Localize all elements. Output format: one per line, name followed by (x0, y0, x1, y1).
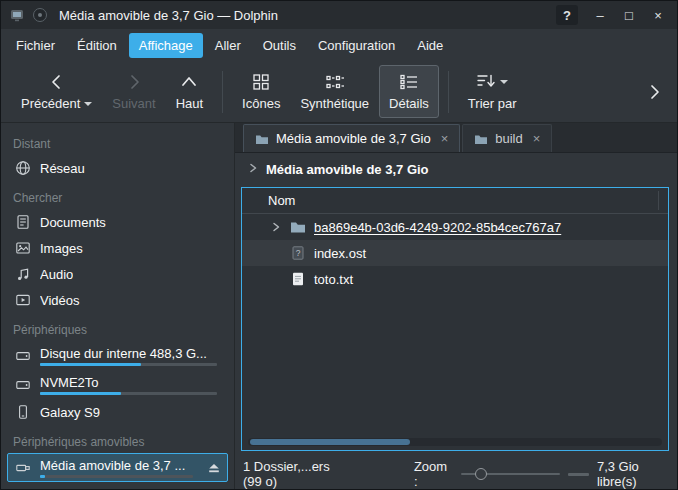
back-button[interactable]: Précédent (11, 65, 102, 118)
sidebar-item-audio[interactable]: Audio (7, 261, 228, 287)
tab-bar: Média amovible de 3,7 Gio × build × (235, 123, 677, 153)
menu-aide[interactable]: Aide (407, 33, 453, 58)
network-icon (15, 160, 31, 176)
minimize-button[interactable]: – (589, 5, 611, 25)
breadcrumb: Média amovible de 3,7 Gio (235, 153, 677, 185)
sort-by-button[interactable]: Trier par (458, 65, 527, 118)
menu-outils[interactable]: Outils (253, 33, 306, 58)
sidebar-item-videos[interactable]: Vidéos (7, 287, 228, 313)
details-view-icon (399, 72, 419, 92)
dolphin-window: Média amovible de 3,7 Gio — Dolphin ? – … (0, 0, 678, 490)
expand-chevron-icon[interactable] (268, 221, 284, 233)
items-summary: 1 Dossier,...ers (99 o) (243, 459, 344, 489)
sidebar-item-reseau[interactable]: Réseau (7, 155, 228, 181)
zoom-control: Zoom : (414, 459, 560, 489)
app-icon (9, 7, 25, 23)
toolbar-separator (448, 71, 449, 113)
column-separator (658, 191, 659, 210)
folder-icon (290, 219, 306, 235)
tab-media-amovible[interactable]: Média amovible de 3,7 Gio × (243, 124, 460, 152)
details-view-button[interactable]: Détails (379, 65, 439, 118)
back-history-caret-icon (84, 102, 92, 106)
folder-icon (474, 132, 488, 146)
disc-icon (32, 7, 48, 23)
section-header-peripheriques: Périphériques (13, 323, 222, 339)
back-label: Précédent (21, 96, 80, 111)
file-row-toto-txt[interactable]: toto.txt (242, 266, 668, 292)
menu-aller[interactable]: Aller (205, 33, 251, 58)
tab-build[interactable]: build × (462, 124, 552, 152)
capacity-bar (40, 475, 193, 478)
status-bar: 1 Dossier,...ers (99 o) Zoom : 7,3 Gio l… (235, 459, 677, 489)
tab-close-button[interactable]: × (533, 131, 541, 146)
sidebar-item-images[interactable]: Images (7, 235, 228, 261)
zoom-slider[interactable] (461, 467, 560, 481)
capacity-bar (40, 363, 217, 366)
forward-icon (124, 72, 144, 92)
icons-view-label: Icônes (242, 96, 280, 111)
harddrive-icon (15, 377, 31, 393)
forward-label: Suivant (112, 96, 155, 111)
audio-icon (15, 266, 31, 282)
up-icon (179, 72, 199, 92)
phone-icon (15, 404, 31, 420)
menu-fichier[interactable]: Fichier (6, 33, 65, 58)
places-panel: Distant Réseau Chercher Documents Images (1, 123, 235, 489)
harddrive-icon (15, 348, 31, 364)
zoom-slider-handle[interactable] (475, 468, 487, 480)
images-icon (15, 240, 31, 256)
file-name[interactable]: toto.txt (314, 272, 353, 287)
zoom-label: Zoom : (414, 459, 452, 489)
sort-icon (476, 71, 496, 94)
section-header-chercher: Chercher (13, 191, 222, 207)
up-label: Haut (176, 96, 203, 111)
sidebar-item-internal-drive[interactable]: Disque dur interne 488,3 G... (7, 341, 228, 370)
breadcrumb-location[interactable]: Média amovible de 3,7 Gio (266, 162, 429, 177)
usb-drive-icon (15, 460, 31, 476)
file-row-folder[interactable]: ba869e4b-03d6-4249-9202-85b4cec767a7 (242, 214, 668, 240)
horizontal-scrollbar[interactable] (248, 438, 662, 446)
horizontal-scrollbar-thumb[interactable] (250, 439, 410, 445)
file-view: Nom ba869e4b-03d6-4249-9202-85b4cec767a7 (241, 187, 669, 451)
up-button[interactable]: Haut (166, 65, 213, 118)
forward-button[interactable]: Suivant (102, 65, 165, 118)
sort-caret-icon (500, 80, 508, 84)
sidebar-item-nvme2to[interactable]: NVME2To (7, 370, 228, 399)
sidebar-item-documents[interactable]: Documents (7, 209, 228, 235)
titlebar[interactable]: Média amovible de 3,7 Gio — Dolphin ? – … (1, 1, 677, 29)
section-header-distant: Distant (13, 137, 222, 153)
toolbar-overflow-button[interactable] (643, 79, 667, 105)
compact-view-button[interactable]: Synthétique (290, 65, 379, 118)
toolbar: Précédent Suivant Haut Icônes Synthétiq (1, 61, 677, 123)
menubar: Fichier Édition Affichage Aller Outils C… (1, 29, 677, 61)
file-row-index-ost[interactable]: ? index.ost (242, 240, 668, 266)
toolbar-separator (222, 71, 223, 113)
svg-text:?: ? (296, 248, 301, 258)
menu-affichage[interactable]: Affichage (129, 33, 203, 58)
menu-configuration[interactable]: Configuration (308, 33, 405, 58)
icons-view-icon (251, 72, 271, 92)
help-button[interactable]: ? (556, 5, 578, 25)
menu-edition[interactable]: Édition (67, 33, 127, 58)
sidebar-item-galaxy-s9[interactable]: Galaxy S9 (7, 399, 228, 425)
file-name[interactable]: ba869e4b-03d6-4249-9202-85b4cec767a7 (314, 220, 561, 235)
close-button[interactable]: × (647, 5, 669, 25)
tab-label: build (495, 131, 522, 146)
icons-view-button[interactable]: Icônes (232, 65, 290, 118)
sort-by-label: Trier par (468, 96, 517, 111)
back-icon (47, 72, 67, 92)
folder-icon (255, 132, 269, 146)
unknown-file-icon: ? (290, 245, 306, 261)
file-name[interactable]: index.ost (314, 246, 366, 261)
chevron-right-icon (247, 162, 259, 177)
tab-close-button[interactable]: × (441, 131, 449, 146)
column-header-nom[interactable]: Nom (242, 188, 668, 214)
documents-icon (15, 214, 31, 230)
eject-button[interactable] (206, 460, 222, 476)
free-space-bar (568, 473, 589, 476)
sidebar-item-removable-media[interactable]: Média amovible de 3,7 ... (7, 453, 228, 482)
section-header-peripheriques-amovibles: Périphériques amovibles (13, 435, 222, 451)
compact-view-icon (325, 72, 345, 92)
window-title: Média amovible de 3,7 Gio — Dolphin (59, 8, 549, 23)
maximize-button[interactable]: □ (618, 5, 640, 25)
